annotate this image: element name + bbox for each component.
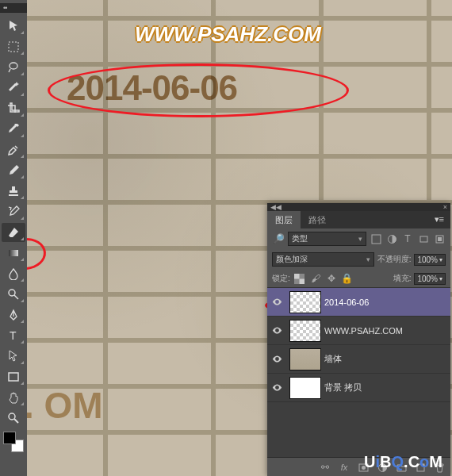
layer-list: 2014-06-06 WWW.PSAHZ.COM 墙体 背景 拷贝 (267, 288, 450, 458)
watermark: UiBQ.CoM (364, 453, 442, 471)
lock-move-icon[interactable]: ✥ (325, 272, 338, 285)
hand-tool[interactable] (2, 388, 25, 407)
svg-rect-10 (438, 237, 442, 241)
pen-tool[interactable] (2, 305, 25, 324)
rectangle-tool[interactable] (2, 367, 25, 386)
panel-menu-icon[interactable]: ▾≡ (428, 211, 450, 228)
visibility-icon[interactable] (267, 354, 286, 364)
toolbar-header[interactable]: •• (0, 3, 27, 13)
svg-rect-8 (420, 236, 427, 242)
svg-rect-6 (372, 235, 381, 244)
svg-rect-12 (294, 274, 300, 279)
eraser-tool[interactable] (2, 223, 25, 242)
panel-header[interactable]: ◀◀× (267, 203, 450, 211)
tools-panel: •• T (0, 0, 27, 476)
brush-tool[interactable] (2, 161, 25, 180)
crop-tool[interactable] (2, 99, 25, 118)
filter-shape-icon[interactable] (417, 232, 430, 245)
layers-panel: ◀◀× 图层 路径 ▾≡ 🔎 类型▾ T 颜色加深▾ 不透明度: 100%▾ 锁… (267, 203, 450, 476)
filter-smart-icon[interactable] (433, 232, 446, 245)
layer-thumb[interactable] (289, 320, 321, 342)
blur-tool[interactable] (2, 264, 25, 283)
filter-kind-select[interactable]: 类型▾ (288, 232, 366, 246)
filter-pixel-icon[interactable] (370, 232, 382, 245)
svg-text:T: T (10, 329, 17, 342)
tab-layers[interactable]: 图层 (267, 211, 301, 228)
canvas-date-text: 2014-06-06 (67, 68, 237, 108)
dodge-tool[interactable] (2, 285, 25, 304)
marquee-tool[interactable] (2, 37, 25, 56)
history-brush-tool[interactable] (2, 202, 25, 221)
visibility-icon[interactable] (267, 382, 286, 393)
blend-mode-select[interactable]: 颜色加深▾ (272, 252, 374, 267)
svg-rect-0 (9, 42, 18, 52)
layer-name[interactable]: 背景 拷贝 (324, 382, 450, 393)
tab-paths[interactable]: 路径 (301, 211, 334, 228)
visibility-icon[interactable] (267, 325, 286, 336)
filter-type-icon[interactable]: T (401, 232, 414, 245)
fill-label: 填充: (393, 273, 412, 284)
stamp-tool[interactable] (2, 182, 25, 201)
move-tool[interactable] (2, 17, 25, 36)
layer-row[interactable]: 墙体 (267, 345, 450, 374)
zoom-tool[interactable] (2, 409, 25, 428)
svg-rect-4 (9, 373, 18, 381)
path-select-tool[interactable] (2, 347, 25, 366)
canvas-title-text: WWW.PSAHZ.COM (135, 22, 321, 47)
lock-paint-icon[interactable]: 🖌 (309, 272, 322, 285)
layer-fx-icon[interactable]: fx (338, 461, 350, 474)
color-swatches[interactable] (3, 432, 24, 452)
eyedropper-tool[interactable] (2, 120, 25, 139)
visibility-icon[interactable] (267, 297, 286, 307)
layer-row[interactable]: WWW.PSAHZ.COM (267, 317, 450, 345)
layer-name[interactable]: 2014-06-06 (324, 298, 450, 307)
search-icon[interactable]: 🔎 (272, 232, 285, 245)
svg-point-5 (9, 413, 15, 420)
opacity-input[interactable]: 100%▾ (414, 254, 446, 266)
layer-thumb[interactable] (289, 348, 321, 370)
filter-adjust-icon[interactable] (385, 232, 398, 245)
layer-name[interactable]: 墙体 (324, 353, 450, 365)
lasso-tool[interactable] (2, 58, 25, 77)
canvas-faded-text: . OM (24, 384, 103, 427)
layer-name[interactable]: WWW.PSAHZ.COM (324, 326, 450, 336)
lock-trans-icon[interactable] (293, 272, 306, 285)
layer-row[interactable]: 2014-06-06 (267, 288, 450, 317)
svg-rect-13 (300, 278, 305, 284)
link-layers-icon[interactable]: ⚯ (319, 461, 331, 474)
fg-color[interactable] (3, 432, 16, 444)
svg-rect-1 (9, 250, 18, 256)
layer-row[interactable]: 背景 拷贝 (267, 374, 450, 402)
layer-thumb[interactable] (289, 377, 321, 399)
gradient-tool[interactable] (2, 244, 25, 263)
svg-point-2 (9, 290, 15, 296)
fill-input[interactable]: 100%▾ (414, 273, 446, 285)
lock-label: 锁定: (272, 273, 290, 284)
type-tool[interactable]: T (2, 326, 25, 345)
opacity-label: 不透明度: (377, 254, 412, 265)
layer-thumb[interactable] (289, 291, 321, 313)
healing-brush-tool[interactable] (2, 140, 25, 159)
magic-wand-tool[interactable] (2, 79, 25, 98)
lock-all-icon[interactable]: 🔒 (341, 272, 354, 285)
